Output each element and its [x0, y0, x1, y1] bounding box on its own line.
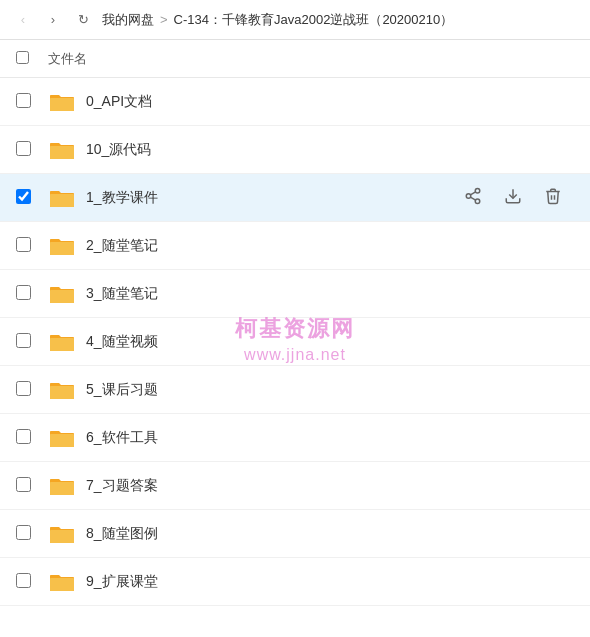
breadcrumb-root[interactable]: 我的网盘 [102, 11, 154, 29]
folder-icon [48, 234, 76, 258]
row-checkbox[interactable] [16, 525, 36, 543]
file-name: 0_API文档 [86, 93, 574, 111]
back-button[interactable]: ‹ [12, 9, 34, 31]
row-checkbox[interactable] [16, 189, 36, 207]
file-checkbox[interactable] [16, 93, 31, 108]
list-header: 文件名 [0, 40, 590, 78]
file-name: 5_课后习题 [86, 381, 574, 399]
file-name: 10_源代码 [86, 141, 574, 159]
file-checkbox[interactable] [16, 429, 31, 444]
svg-line-3 [470, 197, 475, 200]
file-checkbox[interactable] [16, 381, 31, 396]
file-list-container: 柯基资源网 www.jjna.net 文件名 0_API文档 10_源代码 1_… [0, 40, 590, 637]
breadcrumb-sep-1: > [160, 12, 168, 27]
folder-icon [48, 426, 76, 450]
file-checkbox[interactable] [16, 333, 31, 348]
folder-icon [48, 186, 76, 210]
folder-icon [48, 570, 76, 594]
file-checkbox[interactable] [16, 285, 31, 300]
svg-point-1 [466, 193, 471, 198]
file-checkbox[interactable] [16, 573, 31, 588]
file-row[interactable]: 5_课后习题 [0, 366, 590, 414]
row-checkbox[interactable] [16, 381, 36, 399]
folder-icon [48, 474, 76, 498]
row-checkbox[interactable] [16, 93, 36, 111]
row-checkbox[interactable] [16, 477, 36, 495]
file-checkbox[interactable] [16, 141, 31, 156]
select-all-checkbox[interactable] [16, 51, 29, 64]
row-checkbox[interactable] [16, 573, 36, 591]
share-button[interactable] [460, 183, 486, 213]
forward-button[interactable]: › [42, 9, 64, 31]
breadcrumb-current: C-134：千锋教育Java2002逆战班（20200210） [174, 11, 454, 29]
header-checkbox[interactable] [16, 51, 36, 67]
folder-icon [48, 282, 76, 306]
file-rows: 0_API文档 10_源代码 1_教学课件 2_随堂笔记 3_随堂笔记 4_随堂… [0, 78, 590, 606]
file-name: 7_习题答案 [86, 477, 574, 495]
file-row[interactable]: 10_源代码 [0, 126, 590, 174]
file-checkbox[interactable] [16, 237, 31, 252]
file-name: 4_随堂视频 [86, 333, 574, 351]
file-row[interactable]: 2_随堂笔记 [0, 222, 590, 270]
svg-point-2 [475, 199, 480, 204]
svg-line-4 [470, 191, 475, 194]
file-checkbox[interactable] [16, 525, 31, 540]
file-list: 文件名 0_API文档 10_源代码 1_教学课件 2_随堂笔记 3_随堂笔记 … [0, 40, 590, 606]
refresh-button[interactable]: ↻ [72, 9, 94, 31]
file-row[interactable]: 7_习题答案 [0, 462, 590, 510]
file-name: 1_教学课件 [86, 189, 460, 207]
row-checkbox[interactable] [16, 285, 36, 303]
svg-point-0 [475, 188, 480, 193]
folder-icon [48, 330, 76, 354]
file-name: 3_随堂笔记 [86, 285, 574, 303]
file-row[interactable]: 0_API文档 [0, 78, 590, 126]
row-checkbox[interactable] [16, 429, 36, 447]
row-checkbox[interactable] [16, 237, 36, 255]
file-row[interactable]: 1_教学课件 [0, 174, 590, 222]
download-button[interactable] [500, 183, 526, 213]
file-checkbox[interactable] [16, 477, 31, 492]
row-checkbox[interactable] [16, 333, 36, 351]
breadcrumb: 我的网盘 > C-134：千锋教育Java2002逆战班（20200210） [102, 11, 453, 29]
delete-button[interactable] [540, 183, 566, 213]
folder-icon [48, 522, 76, 546]
file-row[interactable]: 9_扩展课堂 [0, 558, 590, 606]
folder-icon [48, 90, 76, 114]
folder-icon [48, 138, 76, 162]
file-name: 6_软件工具 [86, 429, 574, 447]
file-name: 2_随堂笔记 [86, 237, 574, 255]
top-bar: ‹ › ↻ 我的网盘 > C-134：千锋教育Java2002逆战班（20200… [0, 0, 590, 40]
file-row[interactable]: 4_随堂视频 [0, 318, 590, 366]
file-row[interactable]: 8_随堂图例 [0, 510, 590, 558]
row-actions [460, 183, 566, 213]
header-name-label: 文件名 [48, 50, 87, 68]
folder-icon [48, 378, 76, 402]
file-name: 9_扩展课堂 [86, 573, 574, 591]
file-checkbox[interactable] [16, 189, 31, 204]
row-checkbox[interactable] [16, 141, 36, 159]
file-row[interactable]: 6_软件工具 [0, 414, 590, 462]
file-name: 8_随堂图例 [86, 525, 574, 543]
file-row[interactable]: 3_随堂笔记 [0, 270, 590, 318]
